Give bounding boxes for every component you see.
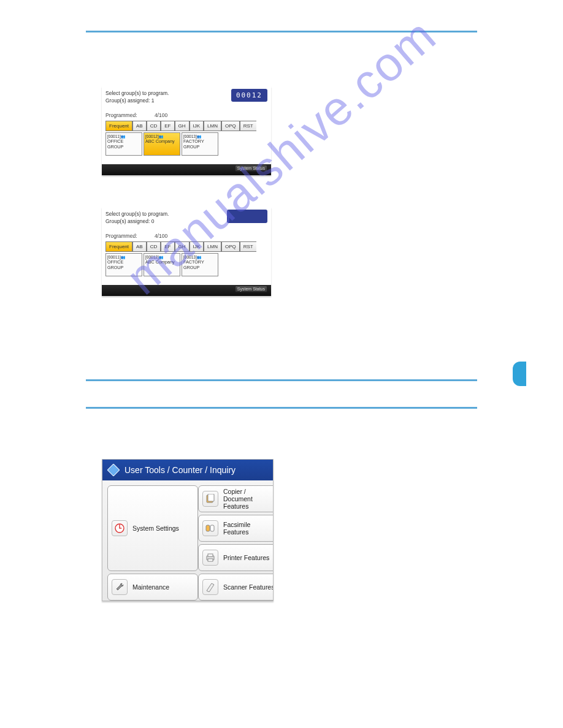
svg-rect-6 — [206, 525, 210, 531]
top-rule — [86, 31, 477, 32]
system-settings-label: System Settings — [132, 525, 179, 532]
group-label: OFFICE GROUP — [107, 260, 140, 270]
tab-ijk[interactable]: IJK — [190, 241, 204, 252]
group-id: [00012] — [145, 255, 159, 259]
tab-frequent[interactable]: Frequent — [105, 241, 132, 252]
svg-rect-3 — [119, 528, 121, 528]
tab-frequent[interactable]: Frequent — [105, 121, 132, 131]
printer-icon — [202, 550, 218, 566]
tab-opq[interactable]: OPQ — [221, 241, 240, 252]
scanner-features-button[interactable]: Scanner Features — [198, 574, 274, 601]
wrench-icon — [112, 579, 128, 595]
group-label: OFFICE GROUP — [107, 139, 140, 150]
group-program-panel-1: 00012 Select group(s) to program. Group(… — [102, 86, 271, 175]
copier-features-button[interactable]: Copier / Document Features — [198, 485, 274, 512]
tab-lmn[interactable]: LMN — [204, 241, 221, 252]
fax-icon — [202, 520, 218, 536]
svg-rect-0 — [107, 464, 120, 476]
tab-gh[interactable]: GH — [175, 121, 190, 131]
section-rule-lower — [86, 407, 477, 409]
groups-assigned-value: 0 — [151, 218, 155, 224]
groups-assigned-value: 1 — [151, 97, 155, 104]
groups-assigned-label: Group(s) assigned: — [105, 97, 150, 104]
alpha-tabs: Frequent AB CD EF GH IJK LMN OPQ RST — [105, 121, 267, 131]
group-card[interactable]: [00011]👥 OFFICE GROUP — [105, 132, 142, 156]
copier-icon — [202, 491, 218, 507]
svg-rect-7 — [210, 525, 214, 531]
group-label: FACTORY GROUP — [183, 260, 216, 270]
alpha-tabs: Frequent AB CD EF GH IJK LMN OPQ RST — [105, 241, 267, 252]
tab-ef[interactable]: EF — [161, 241, 174, 252]
copier-features-label: Copier / Document Features — [223, 488, 274, 510]
groups-assigned-label: Group(s) assigned: — [105, 218, 150, 224]
user-tools-title: User Tools / Counter / Inquiry — [124, 465, 236, 475]
section-rule-upper — [86, 379, 477, 381]
system-status-button[interactable]: System Status — [235, 286, 267, 292]
group-card[interactable]: [00011]👥 OFFICE GROUP — [105, 253, 142, 276]
group-id: [00011] — [107, 134, 121, 138]
printer-features-label: Printer Features — [223, 554, 269, 561]
tab-rst[interactable]: RST — [240, 121, 256, 131]
tab-ef[interactable]: EF — [161, 121, 174, 131]
svg-rect-5 — [208, 494, 214, 501]
group-card[interactable]: [00012]👥 ABC Company — [144, 253, 180, 276]
tab-ijk[interactable]: IJK — [190, 121, 204, 131]
group-card[interactable]: [00013]👥 FACTORY GROUP — [182, 132, 218, 156]
svg-rect-2 — [119, 525, 120, 528]
tab-cd[interactable]: CD — [147, 241, 161, 252]
printer-features-button[interactable]: Printer Features — [198, 544, 274, 571]
group-id: [00011] — [107, 255, 121, 259]
svg-rect-9 — [208, 554, 213, 556]
facsimile-features-button[interactable]: Facsimile Features — [198, 515, 274, 542]
programmed-label: Programmed: — [105, 233, 137, 239]
group-label: ABC Company — [145, 260, 178, 265]
scanner-icon — [202, 579, 218, 595]
tab-ab[interactable]: AB — [132, 121, 147, 131]
section-side-tab — [513, 362, 526, 386]
maintenance-button[interactable]: Maintenance — [107, 574, 198, 601]
tab-opq[interactable]: OPQ — [221, 121, 240, 131]
settings-icon — [112, 520, 128, 536]
programmed-value: 4/100 — [155, 112, 167, 118]
maintenance-label: Maintenance — [132, 583, 169, 591]
programmed-value: 4/100 — [155, 233, 167, 239]
group-label: ABC Company — [145, 139, 178, 144]
tab-ab[interactable]: AB — [132, 241, 147, 252]
system-settings-button[interactable]: System Settings — [107, 485, 198, 571]
tab-gh[interactable]: GH — [175, 241, 190, 252]
user-tools-panel: User Tools / Counter / Inquiry System Se… — [102, 459, 274, 601]
group-id: [00013] — [183, 255, 197, 259]
tab-cd[interactable]: CD — [147, 121, 161, 131]
group-label: FACTORY GROUP — [183, 139, 216, 150]
facsimile-features-label: Facsimile Features — [223, 521, 274, 536]
svg-rect-10 — [208, 559, 213, 561]
group-id: [00013] — [183, 134, 197, 138]
scanner-features-label: Scanner Features — [223, 583, 274, 591]
counter-display: 00012 — [231, 89, 267, 102]
group-card[interactable]: [00012]👥 ABC Company — [144, 132, 180, 156]
diamond-icon — [107, 464, 120, 476]
group-card[interactable]: [00013]👥 FACTORY GROUP — [182, 253, 218, 276]
group-id: [00012] — [145, 134, 159, 138]
tab-lmn[interactable]: LMN — [204, 121, 221, 131]
tab-rst[interactable]: RST — [240, 241, 256, 252]
user-tools-header: User Tools / Counter / Inquiry — [102, 460, 273, 480]
programmed-label: Programmed: — [105, 112, 137, 118]
group-program-panel-2: Select group(s) to program. Group(s) ass… — [102, 207, 271, 296]
counter-display-blank — [227, 210, 267, 223]
system-status-button[interactable]: System Status — [235, 165, 267, 172]
